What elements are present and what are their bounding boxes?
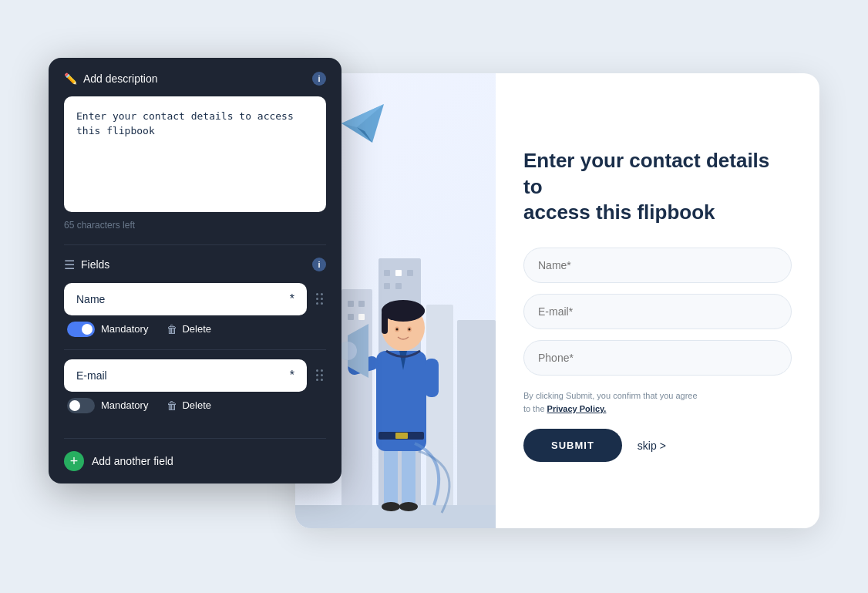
delete-control-email[interactable]: 🗑 Delete [167,399,211,412]
privacy-text: By clicking Submit, you confirm that you… [523,389,792,415]
phone-input[interactable] [523,340,792,376]
mandatory-control-name: Mandatory [67,322,148,337]
description-header: ✏️ Add description i [64,72,326,86]
add-field-button[interactable]: + Add another field [49,439,341,483]
description-section: ✏️ Add description i Enter your contact … [49,58,341,244]
field-email-drag-handle[interactable] [313,366,326,384]
trash-icon-email: 🗑 [167,399,177,412]
mandatory-label-name: Mandatory [101,323,148,335]
field-item-email: E-mail * Mandatory [64,359,326,421]
delete-label-email: Delete [182,399,211,411]
description-header-left: ✏️ Add description [64,72,158,85]
delete-control-name[interactable]: 🗑 Delete [167,323,211,335]
trash-icon-name: 🗑 [167,323,177,335]
fields-header-left: ☰ Fields [64,258,109,272]
svg-rect-7 [358,314,365,320]
add-field-icon: + [64,451,84,471]
privacy-policy-link[interactable]: Privacy Policy. [547,404,607,413]
field-email-box: E-mail * [64,359,307,392]
char-count: 65 characters left [64,220,326,231]
field-input-row-email: E-mail * [64,359,326,392]
field-name-box: Name * [64,283,307,315]
svg-rect-15 [402,443,415,505]
svg-rect-6 [348,314,354,320]
svg-point-34 [409,328,411,330]
svg-rect-12 [395,283,402,289]
form-actions: SUBMIT skip > [523,429,792,462]
editor-panel: ✏️ Add description i Enter your contact … [49,58,341,483]
field-name-drag-handle[interactable] [313,290,326,308]
field-item-name: Name * Mandatory [64,283,326,345]
svg-rect-10 [407,270,413,276]
svg-rect-3 [457,320,496,528]
mandatory-toggle-email[interactable] [67,398,95,413]
add-field-label: Add another field [92,455,173,467]
svg-rect-23 [425,359,439,397]
field-name-asterisk: * [290,292,294,306]
fields-section: ☰ Fields i Name * [49,245,341,438]
svg-point-30 [382,300,425,322]
svg-point-17 [399,502,418,511]
form-area: Enter your contact details to access thi… [496,73,819,528]
field-email-label: E-mail [76,369,107,382]
svg-rect-8 [384,270,390,276]
svg-point-16 [382,502,400,511]
description-info-icon[interactable]: i [312,72,326,86]
description-label: Add description [83,72,158,85]
field-name-controls: Mandatory 🗑 Delete [64,322,326,345]
fields-header: ☰ Fields i [64,258,326,272]
mandatory-label-email: Mandatory [101,399,148,411]
svg-rect-5 [358,301,365,307]
email-input[interactable] [523,294,792,329]
fields-icon: ☰ [64,258,75,272]
preview-card: Enter your contact details to access thi… [295,73,819,528]
fields-label: Fields [81,258,109,271]
svg-rect-4 [348,301,354,307]
submit-button[interactable]: SUBMIT [523,429,622,462]
form-title: Enter your contact details to access thi… [523,148,792,226]
field-input-row-name: Name * [64,283,326,315]
mandatory-control-email: Mandatory [67,398,148,413]
mandatory-toggle-name[interactable] [67,322,95,337]
field-name-label: Name [76,293,105,305]
field-email-controls: Mandatory 🗑 Delete [64,398,326,421]
paper-plane-decoration [341,104,388,146]
svg-rect-20 [395,433,408,439]
field-email-asterisk: * [290,369,294,382]
pencil-icon: ✏️ [64,72,77,85]
svg-rect-11 [384,283,390,289]
skip-link[interactable]: skip > [638,440,666,452]
svg-rect-9 [395,270,402,276]
name-input[interactable] [523,248,792,283]
fields-info-icon[interactable]: i [312,258,326,271]
svg-rect-14 [384,443,398,505]
description-textarea[interactable]: Enter your contact details to access thi… [64,96,326,212]
field-divider [64,349,326,350]
delete-label-name: Delete [182,323,211,335]
svg-point-33 [396,328,399,330]
